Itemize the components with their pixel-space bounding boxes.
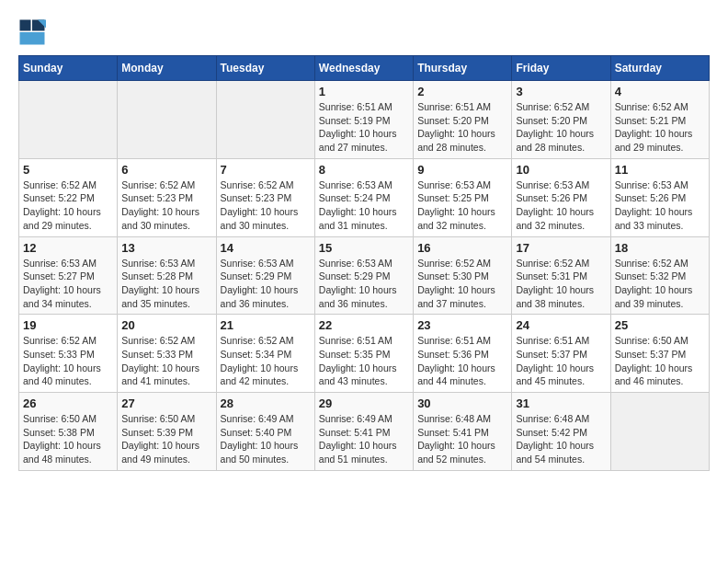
calendar-cell: 25 Sunrise: 6:50 AM Sunset: 5:37 PM Dayl… (610, 315, 709, 393)
daylight-text: Daylight: 10 hours and 42 minutes. (221, 362, 311, 388)
sunset-text: Sunset: 5:28 PM (121, 270, 211, 283)
sunrise-text: Sunrise: 6:53 AM (319, 257, 409, 270)
day-info: Sunrise: 6:53 AM Sunset: 5:26 PM Dayligh… (516, 178, 606, 233)
calendar-week-row: 19 Sunrise: 6:52 AM Sunset: 5:33 PM Dayl… (19, 315, 710, 393)
sunrise-text: Sunrise: 6:49 AM (319, 412, 409, 426)
sunset-text: Sunset: 5:37 PM (615, 348, 705, 362)
calendar-cell: 18 Sunrise: 6:52 AM Sunset: 5:32 PM Dayl… (610, 236, 709, 315)
sunset-text: Sunset: 5:40 PM (221, 426, 311, 440)
day-number: 31 (516, 396, 606, 410)
page-header (18, 18, 710, 46)
calendar-cell: 19 Sunrise: 6:52 AM Sunset: 5:33 PM Dayl… (19, 315, 118, 393)
daylight-text: Daylight: 10 hours and 32 minutes. (417, 205, 507, 232)
sunrise-text: Sunrise: 6:52 AM (23, 334, 113, 348)
calendar-cell: 8 Sunrise: 6:53 AM Sunset: 5:24 PM Dayli… (314, 158, 413, 236)
sunset-text: Sunset: 5:29 PM (221, 270, 311, 283)
daylight-text: Daylight: 10 hours and 52 minutes. (417, 439, 507, 465)
calendar-cell: 6 Sunrise: 6:52 AM Sunset: 5:23 PM Dayli… (118, 158, 216, 236)
svg-rect-3 (20, 32, 45, 45)
sunrise-text: Sunrise: 6:53 AM (417, 178, 507, 192)
daylight-text: Daylight: 10 hours and 41 minutes. (121, 362, 211, 388)
day-info: Sunrise: 6:53 AM Sunset: 5:29 PM Dayligh… (221, 257, 311, 311)
sunset-text: Sunset: 5:37 PM (516, 348, 606, 362)
daylight-text: Daylight: 10 hours and 30 minutes. (121, 205, 211, 232)
day-number: 7 (221, 163, 311, 177)
day-number: 20 (121, 318, 211, 332)
calendar-cell (216, 81, 314, 159)
sunset-text: Sunset: 5:24 PM (319, 191, 409, 205)
day-info: Sunrise: 6:52 AM Sunset: 5:33 PM Dayligh… (23, 334, 113, 388)
day-number: 18 (615, 241, 705, 255)
daylight-text: Daylight: 10 hours and 35 minutes. (121, 283, 211, 310)
sunrise-text: Sunrise: 6:49 AM (221, 412, 311, 426)
day-info: Sunrise: 6:48 AM Sunset: 5:42 PM Dayligh… (516, 412, 606, 466)
weekday-header-row: SundayMondayTuesdayWednesdayThursdayFrid… (19, 56, 710, 81)
day-number: 9 (417, 163, 507, 177)
sunrise-text: Sunrise: 6:51 AM (516, 334, 606, 348)
daylight-text: Daylight: 10 hours and 49 minutes. (121, 439, 211, 465)
day-info: Sunrise: 6:51 AM Sunset: 5:19 PM Dayligh… (319, 100, 409, 155)
day-info: Sunrise: 6:53 AM Sunset: 5:29 PM Dayligh… (319, 257, 409, 311)
sunset-text: Sunset: 5:26 PM (516, 191, 606, 205)
day-number: 8 (319, 163, 409, 177)
day-number: 24 (516, 318, 606, 332)
calendar-cell: 14 Sunrise: 6:53 AM Sunset: 5:29 PM Dayl… (216, 236, 314, 315)
day-number: 19 (23, 318, 113, 332)
day-info: Sunrise: 6:49 AM Sunset: 5:41 PM Dayligh… (319, 412, 409, 466)
calendar-cell: 15 Sunrise: 6:53 AM Sunset: 5:29 PM Dayl… (314, 236, 413, 315)
day-number: 21 (221, 318, 311, 332)
day-number: 5 (23, 163, 113, 177)
calendar-cell: 29 Sunrise: 6:49 AM Sunset: 5:41 PM Dayl… (314, 393, 413, 471)
calendar-body: 1 Sunrise: 6:51 AM Sunset: 5:19 PM Dayli… (19, 81, 710, 471)
calendar-cell: 30 Sunrise: 6:48 AM Sunset: 5:41 PM Dayl… (414, 393, 512, 471)
day-info: Sunrise: 6:51 AM Sunset: 5:35 PM Dayligh… (319, 334, 409, 388)
daylight-text: Daylight: 10 hours and 46 minutes. (615, 362, 705, 388)
daylight-text: Daylight: 10 hours and 39 minutes. (615, 283, 705, 310)
calendar-week-row: 12 Sunrise: 6:53 AM Sunset: 5:27 PM Dayl… (19, 236, 710, 315)
calendar-cell: 24 Sunrise: 6:51 AM Sunset: 5:37 PM Dayl… (512, 315, 610, 393)
calendar-cell: 1 Sunrise: 6:51 AM Sunset: 5:19 PM Dayli… (314, 81, 413, 159)
calendar-cell: 2 Sunrise: 6:51 AM Sunset: 5:20 PM Dayli… (414, 81, 512, 159)
sunrise-text: Sunrise: 6:53 AM (615, 178, 705, 192)
daylight-text: Daylight: 10 hours and 48 minutes. (23, 439, 113, 465)
sunrise-text: Sunrise: 6:53 AM (221, 257, 311, 270)
day-info: Sunrise: 6:52 AM Sunset: 5:32 PM Dayligh… (615, 257, 705, 311)
day-info: Sunrise: 6:53 AM Sunset: 5:26 PM Dayligh… (615, 178, 705, 233)
calendar-table: SundayMondayTuesdayWednesdayThursdayFrid… (18, 55, 710, 471)
day-info: Sunrise: 6:50 AM Sunset: 5:38 PM Dayligh… (23, 412, 113, 466)
sunrise-text: Sunrise: 6:52 AM (417, 257, 507, 270)
sunset-text: Sunset: 5:31 PM (516, 270, 606, 283)
day-info: Sunrise: 6:53 AM Sunset: 5:27 PM Dayligh… (23, 257, 113, 311)
day-number: 15 (319, 241, 409, 255)
sunrise-text: Sunrise: 6:52 AM (516, 257, 606, 270)
daylight-text: Daylight: 10 hours and 27 minutes. (319, 127, 409, 154)
calendar-cell: 17 Sunrise: 6:52 AM Sunset: 5:31 PM Dayl… (512, 236, 610, 315)
day-number: 22 (319, 318, 409, 332)
calendar-cell: 23 Sunrise: 6:51 AM Sunset: 5:36 PM Dayl… (414, 315, 512, 393)
sunrise-text: Sunrise: 6:48 AM (417, 412, 507, 426)
day-number: 11 (615, 163, 705, 177)
daylight-text: Daylight: 10 hours and 45 minutes. (516, 362, 606, 388)
sunset-text: Sunset: 5:25 PM (417, 191, 507, 205)
daylight-text: Daylight: 10 hours and 38 minutes. (516, 283, 606, 310)
day-info: Sunrise: 6:53 AM Sunset: 5:28 PM Dayligh… (121, 257, 211, 311)
day-info: Sunrise: 6:49 AM Sunset: 5:40 PM Dayligh… (221, 412, 311, 466)
sunrise-text: Sunrise: 6:50 AM (23, 412, 113, 426)
daylight-text: Daylight: 10 hours and 51 minutes. (319, 439, 409, 465)
day-info: Sunrise: 6:52 AM Sunset: 5:31 PM Dayligh… (516, 257, 606, 311)
daylight-text: Daylight: 10 hours and 30 minutes. (221, 205, 311, 232)
day-number: 12 (23, 241, 113, 255)
daylight-text: Daylight: 10 hours and 33 minutes. (615, 205, 705, 232)
calendar-cell: 4 Sunrise: 6:52 AM Sunset: 5:21 PM Dayli… (610, 81, 709, 159)
daylight-text: Daylight: 10 hours and 44 minutes. (417, 362, 507, 388)
daylight-text: Daylight: 10 hours and 50 minutes. (221, 439, 311, 465)
sunset-text: Sunset: 5:23 PM (121, 191, 211, 205)
sunrise-text: Sunrise: 6:48 AM (516, 412, 606, 426)
day-info: Sunrise: 6:52 AM Sunset: 5:23 PM Dayligh… (221, 178, 311, 233)
daylight-text: Daylight: 10 hours and 37 minutes. (417, 283, 507, 310)
calendar-week-row: 1 Sunrise: 6:51 AM Sunset: 5:19 PM Dayli… (19, 81, 710, 159)
sunrise-text: Sunrise: 6:53 AM (23, 257, 113, 270)
day-number: 26 (23, 396, 113, 410)
day-info: Sunrise: 6:52 AM Sunset: 5:23 PM Dayligh… (121, 178, 211, 233)
daylight-text: Daylight: 10 hours and 29 minutes. (615, 127, 705, 154)
